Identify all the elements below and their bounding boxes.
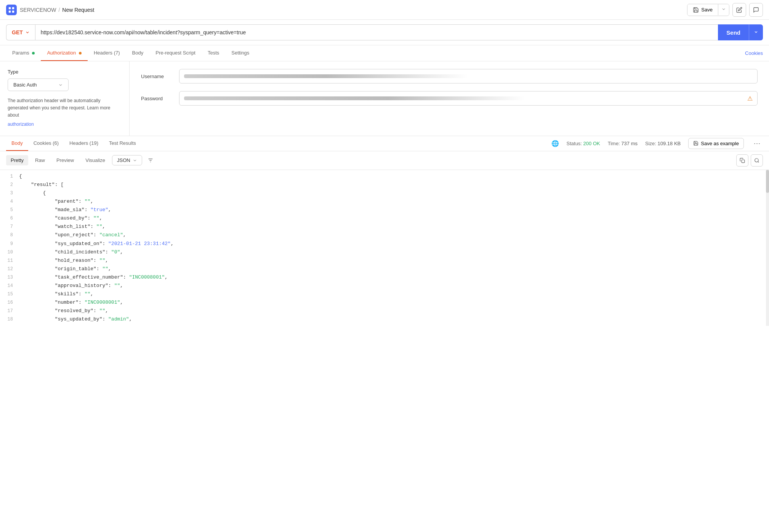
scrollbar-track <box>766 170 769 326</box>
send-label: Send <box>726 29 740 36</box>
line-number: 1 <box>0 172 19 180</box>
svg-point-8 <box>755 159 758 162</box>
line-content: "sys_updated_on": "2021-01-21 23:31:42", <box>19 240 769 248</box>
chat-button[interactable] <box>749 3 763 17</box>
svg-rect-2 <box>9 10 11 12</box>
tab-settings-label: Settings <box>231 50 249 56</box>
line-number: 14 <box>0 282 19 290</box>
format-tab-raw[interactable]: Raw <box>30 155 50 165</box>
breadcrumb-app: SERVICENOW <box>20 7 56 13</box>
breadcrumb: SERVICENOW / New Request <box>20 7 94 13</box>
tab-params[interactable]: Params <box>6 45 41 61</box>
url-bar: GET Send <box>0 20 769 45</box>
format-tab-preview[interactable]: Preview <box>52 155 79 165</box>
line-number: 17 <box>0 307 19 315</box>
line-number: 10 <box>0 248 19 256</box>
username-label: Username <box>141 74 179 79</box>
tab-headers-label: Headers (7) <box>94 50 120 56</box>
tab-prerequest[interactable]: Pre-request Script <box>149 45 202 61</box>
response-cookies-label: Cookies (6) <box>34 140 59 146</box>
json-line: 13 "task_effective_number": "INC0008001"… <box>0 273 769 282</box>
tab-params-label: Params <box>12 50 29 56</box>
line-number: 4 <box>0 197 19 205</box>
tab-headers[interactable]: Headers (7) <box>88 45 126 61</box>
json-line: 8 "upon_reject": "cancel", <box>0 231 769 239</box>
cookies-link[interactable]: Cookies <box>745 50 763 56</box>
json-line: 4 "parent": "", <box>0 197 769 206</box>
json-line: 2 "result": [ <box>0 181 769 189</box>
line-number: 12 <box>0 265 19 273</box>
more-options-button[interactable]: ··· <box>751 138 763 149</box>
send-dropdown-arrow[interactable] <box>749 24 763 40</box>
line-content: "number": "INC0008001", <box>19 298 769 307</box>
line-number: 3 <box>0 189 19 197</box>
password-mask-bar <box>184 96 525 100</box>
tab-body[interactable]: Body <box>126 45 150 61</box>
format-bar: Pretty Raw Preview Visualize JSON <box>0 151 769 170</box>
line-number: 6 <box>0 214 19 222</box>
header-left: SERVICENOW / New Request <box>6 5 94 15</box>
username-row: Username <box>141 69 758 83</box>
url-input[interactable] <box>35 24 718 40</box>
username-masked[interactable] <box>179 69 758 83</box>
tab-settings[interactable]: Settings <box>225 45 255 61</box>
line-number: 9 <box>0 240 19 248</box>
copy-button[interactable] <box>736 154 748 167</box>
line-content: "task_effective_number": "INC0008001", <box>19 273 769 282</box>
response-tab-testresults[interactable]: Test Results <box>104 136 141 151</box>
response-tab-headers[interactable]: Headers (19) <box>64 136 104 151</box>
edit-button[interactable] <box>732 3 746 17</box>
password-input-wrap: ⚠ <box>179 91 758 106</box>
line-content: "hold_reason": "", <box>19 256 769 265</box>
response-tab-cookies[interactable]: Cookies (6) <box>28 136 64 151</box>
line-number: 11 <box>0 256 19 264</box>
line-content: "child_incidents": "0", <box>19 248 769 256</box>
globe-icon: 🌐 <box>551 140 559 147</box>
format-type-value: JSON <box>117 157 130 163</box>
format-type-select[interactable]: JSON <box>112 155 142 165</box>
line-number: 16 <box>0 298 19 306</box>
method-select[interactable]: GET <box>6 24 35 40</box>
breadcrumb-current: New Request <box>62 7 94 13</box>
json-line: 16 "number": "INC0008001", <box>0 298 769 307</box>
svg-rect-3 <box>12 10 14 12</box>
svg-rect-7 <box>742 160 745 163</box>
request-tabs: Params Authorization Headers (7) Body Pr… <box>0 45 769 61</box>
response-tab-body[interactable]: Body <box>6 136 28 151</box>
tab-tests[interactable]: Tests <box>202 45 225 61</box>
auth-panel: Type Basic Auth The authorization header… <box>0 61 769 136</box>
filter-button[interactable] <box>144 154 157 167</box>
send-button-group: Send <box>718 24 763 40</box>
json-viewer[interactable]: 1{2 "result": [3 {4 "parent": "",5 "made… <box>0 170 769 326</box>
svg-rect-0 <box>9 7 11 9</box>
save-button[interactable]: Save <box>687 4 718 16</box>
response-testresults-label: Test Results <box>109 140 136 146</box>
tab-authorization-label: Authorization <box>47 50 76 56</box>
send-button[interactable]: Send <box>718 24 749 40</box>
scrollbar-thumb[interactable] <box>766 170 769 193</box>
search-button[interactable] <box>751 154 763 167</box>
format-tab-pretty[interactable]: Pretty <box>6 155 28 165</box>
json-line: 14 "approval_history": "", <box>0 282 769 290</box>
response-tabs: Body Cookies (6) Headers (19) Test Resul… <box>0 136 769 151</box>
username-input-wrap <box>179 69 758 83</box>
format-tab-visualize[interactable]: Visualize <box>81 155 110 165</box>
json-line: 11 "hold_reason": "", <box>0 256 769 265</box>
status-text: Status: 200 OK <box>567 141 600 146</box>
tab-tests-label: Tests <box>208 50 219 56</box>
save-example-button[interactable]: Save as example <box>688 138 744 149</box>
time-value: 737 ms <box>621 141 638 146</box>
save-dropdown-arrow[interactable] <box>718 4 729 15</box>
tab-authorization[interactable]: Authorization <box>41 45 88 61</box>
json-line: 12 "origin_table": "", <box>0 265 769 273</box>
line-content: "parent": "", <box>19 197 769 206</box>
format-right <box>736 154 763 167</box>
line-content: "origin_table": "", <box>19 265 769 273</box>
response-section: Body Cookies (6) Headers (19) Test Resul… <box>0 136 769 326</box>
password-masked[interactable]: ⚠ <box>179 91 758 106</box>
json-line: 6 "caused_by": "", <box>0 214 769 223</box>
auth-type-select[interactable]: Basic Auth <box>8 79 69 91</box>
auth-learn-link[interactable]: authorization <box>8 121 122 128</box>
auth-description: The authorization header will be automat… <box>8 97 122 128</box>
username-mask-bar <box>184 74 468 78</box>
